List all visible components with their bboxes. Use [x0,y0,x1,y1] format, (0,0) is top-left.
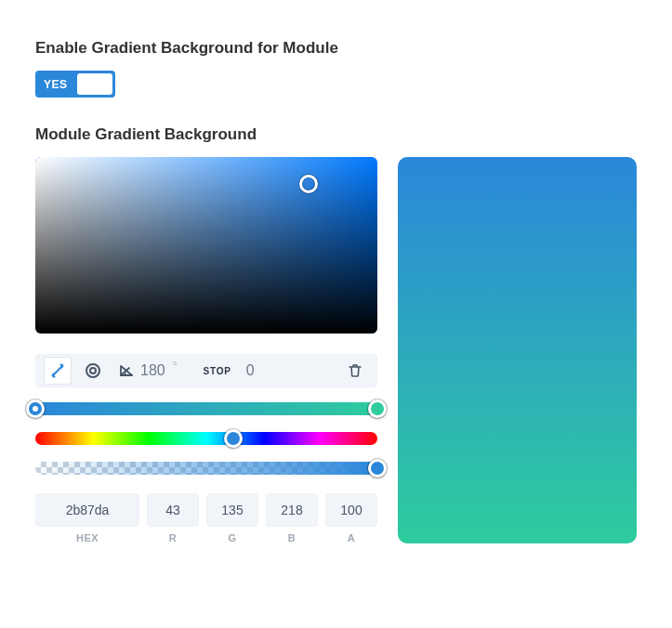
a-label: A [325,532,377,543]
gradient-section-title: Module Gradient Background [35,125,637,144]
a-box: 100 A [325,493,377,543]
stop-label: STOP [204,366,231,376]
g-label: G [206,532,258,543]
radial-gradient-button[interactable] [79,357,107,385]
g-input[interactable]: 135 [206,493,258,527]
delete-stop-button[interactable] [341,357,369,385]
hex-box: 2b87da HEX [35,493,139,543]
toggle-knob [77,73,112,95]
sv-cursor[interactable] [299,175,318,193]
hue-slider-bg [35,432,377,445]
b-label: B [266,532,318,543]
hue-slider[interactable] [35,432,377,445]
r-input[interactable]: 43 [147,493,199,527]
gradient-stop-handle-0[interactable] [26,399,45,418]
sv-black-layer [35,157,377,334]
color-values-row: 2b87da HEX 43 R 135 G 218 B 100 A [35,493,377,543]
r-label: R [147,532,199,543]
svg-point-1 [90,368,96,373]
stop-group[interactable]: STOP 0 [204,362,255,379]
r-box: 43 R [147,493,199,543]
svg-point-0 [86,364,99,377]
toggle-yes-label: YES [38,78,75,91]
enable-title: Enable Gradient Background for Module [35,39,637,58]
b-input[interactable]: 218 [266,493,318,527]
linear-gradient-button[interactable] [44,357,72,385]
hex-input[interactable]: 2b87da [35,493,139,527]
alpha-handle[interactable] [368,459,387,478]
gradient-preview [398,157,637,543]
gradient-toolbar: 180 ° STOP 0 [35,354,377,387]
color-picker-panel: 180 ° STOP 0 [35,157,377,543]
alpha-overlay [35,462,377,475]
angle-value: 180 [140,362,165,379]
alpha-slider[interactable] [35,462,377,475]
angle-icon [118,362,135,379]
degree-symbol: ° [173,360,178,373]
g-box: 135 G [206,493,258,543]
trash-icon [348,363,362,378]
linear-gradient-icon [50,363,65,378]
radial-gradient-icon [85,362,101,379]
enable-toggle[interactable]: YES [35,71,115,98]
b-box: 218 B [266,493,318,543]
gradient-stops-bg [35,402,377,415]
stop-value: 0 [246,362,255,379]
gradient-stop-handle-1[interactable] [368,399,387,418]
gradient-stops-slider[interactable] [35,402,377,415]
saturation-value-panel[interactable] [35,157,377,334]
a-input[interactable]: 100 [325,493,377,527]
angle-group[interactable]: 180 ° [118,362,178,379]
hex-label: HEX [35,532,139,543]
hue-handle[interactable] [224,429,243,448]
